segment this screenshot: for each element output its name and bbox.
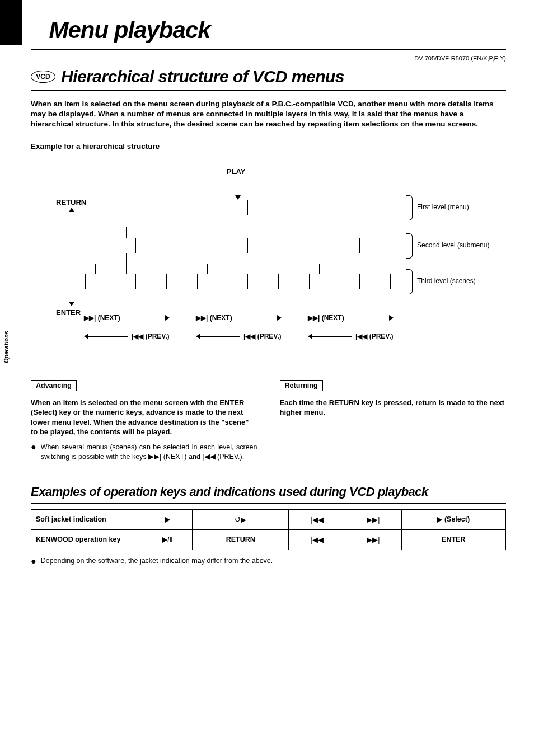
play-icon [437,517,442,523]
level1-box [228,200,248,215]
advancing-text: When an item is selected on the menu scr… [31,398,257,437]
advancing-bullet-text: When several menus (scenes) can be selec… [41,443,257,462]
page-number: 38 [31,27,43,41]
diagram-line [126,227,127,238]
section2-title: Examples of operation keys and indicatio… [31,485,506,504]
footnote: ● Depending on the software, the jacket … [31,557,506,566]
level3-box [116,274,136,289]
diagram-line [238,253,238,264]
dashed-divider [182,274,182,341]
table-row: KENWOOD operation key /II RETURN |◀◀ ▶▶|… [31,529,506,550]
diagram-line [238,264,238,274]
level3-box [197,274,217,289]
side-tab: Operations [0,313,12,381]
diagram-line [350,264,350,274]
arrow-right-icon [389,315,394,321]
bullet-icon: ● [31,557,36,566]
next-icon: ▶▶| (NEXT) [84,314,120,322]
row2-cell: ENTER [401,529,505,550]
return-label: RETURN [56,198,86,206]
table-row: Soft jacket indication ↺▶ |◀◀ ▶▶| (Selec… [31,509,506,529]
level3-box [147,274,167,289]
diagram-line [126,253,127,264]
row1-label: Soft jacket indication [31,509,143,529]
diagram-line [350,253,350,264]
advancing-label: Advancing [31,380,77,391]
dashed-divider [294,274,294,341]
level3-box [259,274,279,289]
returning-column: Returning Each time the RETURN key is pr… [280,380,507,462]
brace-icon [406,195,413,220]
arrow-left-icon [196,334,200,339]
diagram-line [157,264,157,274]
arrow-right-icon [277,315,282,321]
example-heading: Example for a hierarchical structure [31,142,506,151]
vcd-badge: VCD [31,71,55,83]
side-tab-label: Operations [3,331,10,363]
row2-cell: ▶▶| [345,529,402,550]
diagram-line [238,215,238,227]
footnote-text: Depending on the software, the jacket in… [41,557,273,566]
play-icon [162,537,167,543]
diagram-line [95,264,96,274]
diagram-line [350,227,350,238]
diagram-line [88,336,128,337]
prev-icon: |◀◀ (PREV.) [132,332,170,340]
row1-cell [143,509,193,529]
brace-icon [406,269,413,294]
diagram-line [355,318,389,318]
level2-box [116,238,136,253]
diagram-line [319,264,320,274]
chapter-header: 38 Menu playback [31,0,506,50]
page-content: 38 Menu playback DV-705/DVF-R5070 (EN/K,… [0,0,534,594]
chapter-title: Menu playback [49,17,210,44]
arrow-down-icon [235,195,241,200]
prev-icon: |◀◀ (PREV.) [243,332,282,340]
enter-label: ENTER [56,308,81,317]
row2-cell: RETURN [192,529,289,550]
diagram-line [126,264,127,274]
advancing-returning-columns: Advancing When an item is selected on th… [31,380,506,462]
diagram-line [243,318,277,318]
hierarchy-diagram: PLAY RETURN ENTER [31,167,506,369]
arrow-down-icon [69,302,74,306]
row2-cell: /II [143,529,193,550]
brace-icon [406,233,413,259]
level1-label: First level (menu) [417,203,469,211]
play-icon [165,517,170,523]
level3-box [340,274,360,289]
row1-cell: ▶▶| [345,509,402,529]
level3-box [228,274,248,289]
diagram-line [72,212,72,302]
next-icon: ▶▶| (NEXT) [308,314,344,322]
returning-text: Each time the RETURN key is pressed, ret… [280,398,507,417]
diagram-line [312,336,352,337]
diagram-line [132,318,165,318]
level3-box [371,274,391,289]
play-label: PLAY [227,167,245,176]
arrow-left-icon [84,334,88,339]
level2-label: Second level (submenu) [417,241,489,249]
section-heading: VCD Hierarchical structure of VCD menus [31,67,506,91]
diagram-line [381,264,381,274]
prev-icon: |◀◀ (PREV.) [355,332,394,340]
next-icon: ▶▶| (NEXT) [196,314,232,322]
diagram-line [269,264,269,274]
arrow-up-icon [69,208,74,212]
returning-label: Returning [280,380,323,391]
section-title: Hierarchical structure of VCD menus [61,67,344,86]
model-line: DV-705/DVF-R5070 (EN/K,P,E,Y) [31,55,506,62]
row2-cell: |◀◀ [289,529,345,550]
keys-table: Soft jacket indication ↺▶ |◀◀ ▶▶| (Selec… [31,509,506,550]
diagram-line [238,227,238,238]
level2-box [228,238,248,253]
intro-paragraph: When an item is selected on the menu scr… [31,99,506,130]
level3-box [85,274,105,289]
arrow-left-icon [308,334,312,339]
advancing-bullet: ● When several menus (scenes) can be sel… [31,443,257,462]
level3-box [309,274,329,289]
level3-label: Third level (scenes) [417,277,476,285]
row2-label: KENWOOD operation key [31,529,143,550]
diagram-line [207,264,208,274]
diagram-line [200,336,240,337]
